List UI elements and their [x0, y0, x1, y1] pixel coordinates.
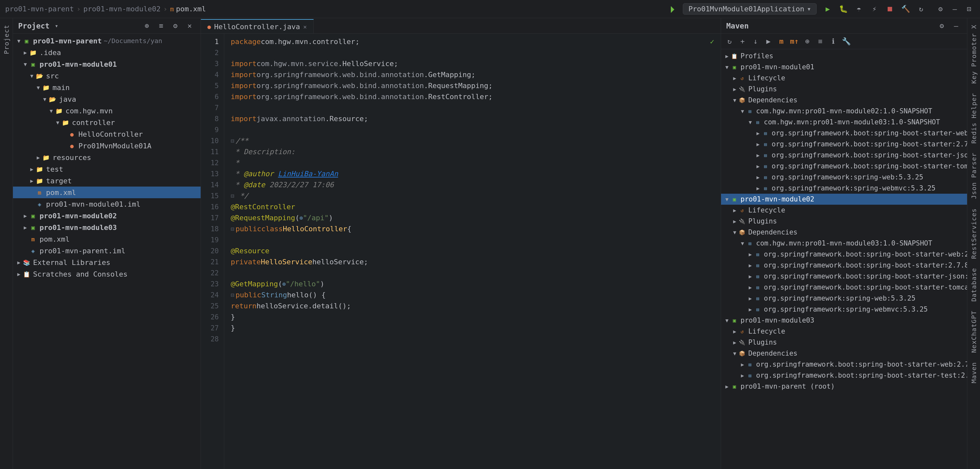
maven-item-m_root[interactable]: ▶ ▣ pro01-mvn-parent (root) — [721, 381, 967, 392]
project-strip-label[interactable]: Project — [1, 21, 12, 58]
maven-item-m01_deps[interactable]: ▼ 📦 Dependencies — [721, 95, 967, 106]
tree-item-module03[interactable]: ▶ ▣ pro01-mvn-module03 — [13, 221, 200, 233]
tree-item-controller[interactable]: ▼ 📁 controller — [13, 117, 200, 128]
maven-item-d1_1_1[interactable]: ▶ ▤ org.springframework.boot:spring-boot… — [721, 127, 967, 138]
maven-settings-icon[interactable]: ⚙ — [936, 20, 948, 32]
maven-item-d1_1_5[interactable]: ▶ ▤ org.springframework:spring-web:5.3.2… — [721, 172, 967, 183]
maven-item-d1_1_2[interactable]: ▶ ▤ org.springframework.boot:spring-boot… — [721, 138, 967, 149]
tree-item-com.hgw.mvn[interactable]: ▼ 📁 com.hgw.mvn — [13, 105, 200, 117]
tree-item-extlib[interactable]: ▶ 📚 External Libraries — [13, 256, 200, 268]
maven-wrench-btn[interactable]: 🔧 — [840, 36, 852, 47]
maven-m-btn[interactable]: m — [775, 36, 787, 47]
project-dropdown-icon[interactable]: ▾ — [55, 22, 58, 29]
collapse-icon[interactable]: ≡ — [155, 20, 167, 32]
maven-item-d1_1_3[interactable]: ▶ ▤ org.springframework.boot:spring-boot… — [721, 149, 967, 161]
maven-item-m03_plugins[interactable]: ▶ 🔌 Plugins — [721, 337, 967, 348]
coverage-button[interactable]: ☂ — [853, 3, 865, 15]
maven-info-btn[interactable]: ℹ — [827, 36, 839, 47]
maven-item-m03[interactable]: ▼ ▣ pro01-mvn-module03 — [721, 315, 967, 326]
maven-item-m01[interactable]: ▼ ▣ pro01-mvn-module01 — [721, 62, 967, 73]
tree-item-pom01[interactable]: m pom.xml — [13, 186, 200, 198]
run-config-selector[interactable]: Pro01MvnModule01Application ▾ — [683, 3, 817, 14]
maven-item-d2_1_6[interactable]: ▶ ▤ org.springframework:spring-webmvc:5.… — [721, 304, 967, 315]
minimize-button[interactable]: — — [949, 3, 961, 15]
maven-close-icon[interactable]: — — [950, 20, 962, 32]
maven-reload-btn[interactable]: ↻ — [724, 36, 735, 47]
sync-button[interactable]: ↻ — [915, 3, 927, 15]
maven-item-d1_1_6[interactable]: ▶ ▤ org.springframework:spring-webmvc:5.… — [721, 183, 967, 194]
breadcrumb-part1[interactable]: pro01-mvn-parent — [5, 5, 74, 13]
maven-item-m02[interactable]: ▼ ▣ pro01-mvn-module02 — [721, 194, 967, 205]
maven-item-d2_1_3[interactable]: ▶ ▤ org.springframework.boot:spring-boot… — [721, 271, 967, 282]
breadcrumb-part2[interactable]: pro01-mvn-module02 — [83, 5, 161, 13]
maven-item-d2_1[interactable]: ▼ ▤ com.hgw.mvn:pro01-mvn-module03:1.0-S… — [721, 238, 967, 249]
tree-item-idea[interactable]: ▶ 📁 .idea — [13, 47, 200, 58]
right-strip-key-promoter-x[interactable]: Key Promoter X — [969, 21, 979, 88]
maven-item-d3_2[interactable]: ▶ ▤ org.springframework.boot:spring-boot… — [721, 370, 967, 381]
code-content[interactable]: package com.hgw.mvn.controller;✓ import … — [224, 34, 721, 469]
maven-item-m01_lifecycle[interactable]: ▶ ↺ Lifecycle — [721, 73, 967, 84]
tree-item-root[interactable]: ▼ ▣ pro01-mvn-parent ~/Documents/yan — [13, 35, 200, 47]
build-button[interactable]: 🔨 — [900, 3, 911, 15]
maven-item-d2_1_2[interactable]: ▶ ▤ org.springframework.boot:spring-boot… — [721, 260, 967, 271]
settings-panel-icon[interactable]: ⚙ — [170, 20, 181, 32]
maven-collapse-all-btn[interactable]: ≡ — [815, 36, 826, 47]
fold-icon[interactable]: ⊟ — [231, 191, 234, 202]
tree-item-iml01[interactable]: ◈ pro01-mvn-module01.iml — [13, 198, 200, 210]
tree-item-resources[interactable]: ▶ 📁 resources — [13, 152, 200, 163]
tree-item-main[interactable]: ▼ 📁 main — [13, 82, 200, 93]
stop-button[interactable]: ⏹ — [884, 3, 896, 15]
profile-button[interactable]: ⚡ — [869, 3, 880, 15]
tree-item-iml_root[interactable]: ◈ pro01-mvn-parent.iml — [13, 245, 200, 256]
tree-item-test[interactable]: ▶ 📁 test — [13, 163, 200, 175]
maven-item-m03_lifecycle[interactable]: ▶ ↺ Lifecycle — [721, 326, 967, 337]
close-panel-icon[interactable]: ✕ — [184, 20, 196, 32]
tree-item-module01[interactable]: ▼ ▣ pro01-mvn-module01 — [13, 58, 200, 70]
right-strip-database[interactable]: Database — [969, 264, 979, 305]
tree-item-pom_root[interactable]: m pom.xml — [13, 233, 200, 245]
tree-item-scratches[interactable]: ▶ 📋 Scratches and Consoles — [13, 268, 200, 280]
tab-hello-controller[interactable]: ● HelloController.java ✕ — [201, 19, 314, 33]
maven-item-m02_plugins[interactable]: ▶ 🔌 Plugins — [721, 216, 967, 227]
fold-icon[interactable]: ⊟ — [231, 289, 234, 300]
fold-icon[interactable]: ⊟ — [231, 135, 234, 146]
maven-item-m01_plugins[interactable]: ▶ 🔌 Plugins — [721, 84, 967, 95]
maven-item-profiles[interactable]: ▶ 📋 Profiles — [721, 51, 967, 62]
tree-item-module02[interactable]: ▶ ▣ pro01-mvn-module02 — [13, 210, 200, 221]
settings-icon[interactable]: ⚙ — [935, 3, 946, 15]
tree-item-src[interactable]: ▼ 📂 src — [13, 70, 200, 82]
maven-mm-btn[interactable]: m↑ — [789, 36, 800, 47]
maven-item-d1_1[interactable]: ▼ ▤ com.hgw.mvn:pro01-mvn-module03:1.0-S… — [721, 117, 967, 127]
maven-item-m03_deps[interactable]: ▼ 📦 Dependencies — [721, 348, 967, 359]
tree-item-Pro01MvnModule01A[interactable]: ● Pro01MvnModule01A — [13, 140, 200, 152]
right-strip-maven[interactable]: Maven — [969, 358, 979, 387]
locate-icon[interactable]: ⊕ — [141, 20, 153, 32]
maven-item-d1_1_4[interactable]: ▶ ▤ org.springframework.boot:spring-boot… — [721, 161, 967, 172]
line-number-8: 8 — [201, 113, 219, 124]
maven-add-btn[interactable]: + — [737, 36, 748, 47]
maven-item-d1[interactable]: ▼ ▤ com.hgw.mvn:pro01-mvn-module02:1.0-S… — [721, 106, 967, 117]
right-strip-restservices[interactable]: RestServices — [969, 204, 979, 263]
debug-button[interactable]: 🐛 — [837, 3, 849, 15]
tab-close-btn[interactable]: ✕ — [303, 23, 307, 30]
maven-toggle-btn[interactable]: ⊕ — [802, 36, 813, 47]
maven-download-btn[interactable]: ↓ — [749, 36, 761, 47]
breadcrumb-part3[interactable]: pom.xml — [176, 5, 206, 13]
tree-item-target[interactable]: ▶ 📁 target — [13, 175, 200, 186]
maven-item-d3_1[interactable]: ▶ ▤ org.springframework.boot:spring-boot… — [721, 359, 967, 370]
maximize-button[interactable]: ⊡ — [963, 3, 975, 15]
maven-run-btn[interactable]: ▶ — [762, 36, 774, 47]
maven-item-d2_1_1[interactable]: ▶ ▤ org.springframework.boot:spring-boot… — [721, 249, 967, 260]
right-strip-json-parser[interactable]: Json Parser — [969, 149, 979, 203]
maven-item-m02_lifecycle[interactable]: ▶ ↺ Lifecycle — [721, 205, 967, 216]
line-number-17: 17 — [201, 213, 219, 224]
fold-icon[interactable]: ⊟ — [231, 224, 234, 234]
right-strip-nexchatgpt[interactable]: NexChatGPT — [969, 307, 979, 357]
tree-item-java[interactable]: ▼ 📂 java — [13, 93, 200, 105]
right-strip-redis-helper[interactable]: Redis Helper — [969, 89, 979, 148]
tree-item-HelloController[interactable]: ● HelloController — [13, 128, 200, 140]
maven-item-m02_deps[interactable]: ▼ 📦 Dependencies — [721, 227, 967, 238]
run-button[interactable]: ▶ — [822, 3, 834, 15]
maven-item-d2_1_5[interactable]: ▶ ▤ org.springframework:spring-web:5.3.2… — [721, 293, 967, 304]
maven-item-d2_1_4[interactable]: ▶ ▤ org.springframework.boot:spring-boot… — [721, 282, 967, 293]
